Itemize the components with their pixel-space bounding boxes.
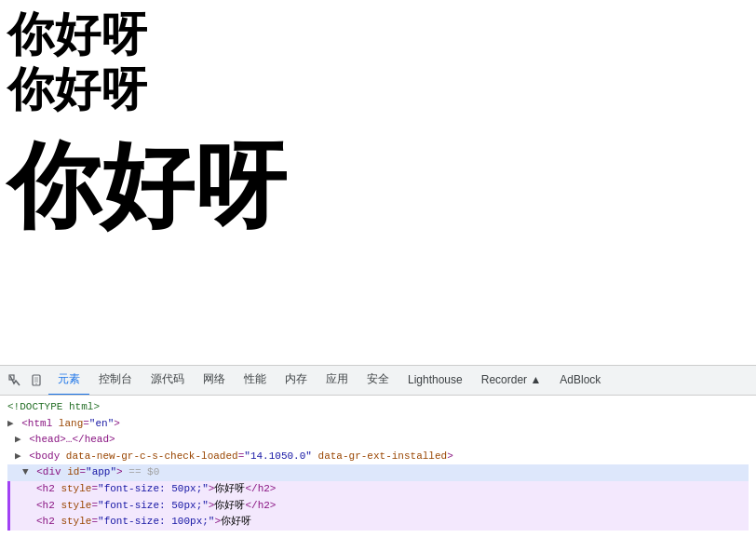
heading-3: 你好呀 [7,134,749,236]
tab-performance[interactable]: 性能 [235,366,276,396]
dom-h2-1[interactable]: <h2 style="font-size: 50px;">你好呀</h2> [7,481,749,498]
tab-memory[interactable]: 内存 [276,366,317,396]
svg-rect-2 [34,377,38,383]
tab-sources[interactable]: 源代码 [142,366,194,396]
tab-adblock[interactable]: AdBlock [550,366,610,396]
heading-2: 你好呀 [7,64,749,115]
tab-console[interactable]: 控制台 [89,366,142,396]
tab-application[interactable]: 应用 [317,366,358,396]
dom-html: ▶ <html lang="en"> [7,416,749,433]
inspect-icon[interactable] [4,370,26,392]
collapse-icon: ▶ [15,434,21,445]
page-content: 你好呀 你好呀 你好呀 [0,0,756,365]
dom-doctype: <!DOCTYPE html> [7,399,749,416]
tab-recorder[interactable]: Recorder ▲ [472,366,551,396]
collapse-icon: ▶ [7,418,14,429]
dom-h2-2[interactable]: <h2 style="font-size: 50px;">你好呀</h2> [7,498,749,515]
dom-tree: <!DOCTYPE html> ▶ <html lang="en"> ▶ <he… [0,396,756,551]
collapse-icon: ▼ [22,466,29,477]
heading-1: 你好呀 [7,9,749,60]
dom-h2-3[interactable]: <h2 style="font-size: 100px;">你好呀 [7,514,749,531]
devtools-tab-bar: 元素 控制台 源代码 网络 性能 内存 应用 安全 Lighthouse Rec… [0,366,756,396]
dom-body: ▶ <body data-new-gr-c-s-check-loaded="14… [7,449,749,465]
tab-elements[interactable]: 元素 [48,366,89,396]
device-icon[interactable] [26,370,48,392]
tab-lighthouse[interactable]: Lighthouse [398,366,472,396]
dom-div-selected[interactable]: ▼ <div id="app"> == $0 [7,464,749,481]
tab-network[interactable]: 网络 [194,366,235,396]
devtools-panel: 元素 控制台 源代码 网络 性能 内存 应用 安全 Lighthouse Rec… [0,365,756,551]
collapse-icon: ▶ [15,450,21,462]
tab-security[interactable]: 安全 [358,366,398,396]
dom-head: ▶ <head>…</head> [7,432,749,449]
